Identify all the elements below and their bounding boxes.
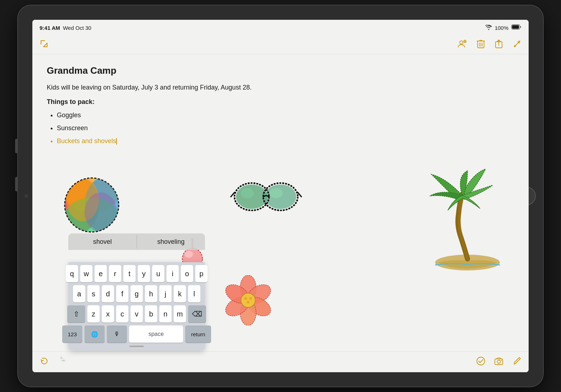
key-u[interactable]: u [152, 265, 164, 282]
redo-button[interactable] [56, 356, 65, 368]
key-shift[interactable]: ⇧ [67, 305, 85, 323]
delete-button[interactable] [477, 39, 485, 51]
svg-rect-1 [512, 25, 519, 29]
key-f[interactable]: f [116, 285, 128, 302]
volume-up-button[interactable] [15, 139, 18, 153]
key-123[interactable]: 123 [62, 325, 82, 343]
note-content[interactable]: Grandma Camp Kids will be leaving on Sat… [32, 54, 529, 155]
toolbar [32, 36, 529, 54]
status-bar: 9:41 AM Wed Oct 30 100% [32, 20, 529, 36]
key-g[interactable]: g [131, 285, 143, 302]
undo-button[interactable] [40, 356, 49, 368]
key-w[interactable]: w [80, 265, 92, 282]
wifi-icon [485, 25, 492, 31]
key-a[interactable]: a [73, 285, 85, 302]
key-n[interactable]: n [159, 305, 172, 323]
flower-drawing [223, 275, 273, 325]
status-date: Wed Oct 30 [63, 25, 91, 31]
key-h[interactable]: h [145, 285, 157, 302]
svg-point-29 [241, 188, 254, 198]
bottom-toolbar-right [476, 356, 521, 368]
key-e[interactable]: e [95, 265, 107, 282]
svg-point-54 [249, 297, 252, 300]
key-b[interactable]: b [145, 305, 157, 323]
svg-rect-57 [495, 359, 503, 365]
camera-button[interactable] [494, 356, 503, 368]
svg-point-55 [247, 301, 250, 304]
key-i[interactable]: i [167, 265, 179, 282]
share-button[interactable] [495, 39, 503, 51]
svg-point-7 [460, 41, 463, 44]
toolbar-left [40, 40, 48, 50]
collapse-icon[interactable] [40, 40, 48, 50]
camera-dot [24, 194, 28, 198]
key-l[interactable]: l [188, 285, 200, 302]
list-item-sunscreen: Sunscreen [57, 122, 514, 135]
key-v[interactable]: v [131, 305, 143, 323]
ipad-frame: 9:41 AM Wed Oct 30 100% [18, 5, 543, 387]
svg-line-4 [44, 43, 47, 47]
pencil-button[interactable] [512, 356, 521, 368]
key-o[interactable]: o [181, 265, 193, 282]
svg-point-25 [85, 192, 117, 232]
battery-icon [511, 24, 521, 31]
keyboard[interactable]: q w e r t y u i o p a s d f g h j k [68, 262, 205, 351]
list-item-goggles: Goggles [57, 109, 514, 122]
bottom-toolbar-left [40, 356, 65, 368]
note-title: Grandma Camp [47, 65, 514, 76]
checkmark-button[interactable] [476, 356, 485, 368]
key-m[interactable]: m [174, 305, 186, 323]
keyboard-row-4: 123 🌐 🎙 space return [70, 325, 203, 343]
ipad-screen: 9:41 AM Wed Oct 30 100% [32, 20, 529, 372]
status-time: 9:41 AM [40, 25, 60, 31]
add-collaborator-button[interactable] [457, 39, 467, 51]
svg-point-58 [497, 360, 501, 363]
toolbar-right [457, 39, 521, 51]
bottom-toolbar [32, 351, 529, 372]
key-return[interactable]: return [185, 325, 211, 343]
svg-point-32 [270, 188, 283, 198]
note-body: Kids will be leaving on Saturday, July 3… [47, 83, 514, 92]
note-list: Goggles Sunscreen Buckets and shovels [57, 109, 514, 147]
note-section-title: Things to pack: [47, 98, 514, 106]
keyboard-row-1: q w e r t y u i o p [70, 265, 203, 282]
key-j[interactable]: j [159, 285, 172, 302]
text-cursor [116, 138, 117, 145]
svg-point-59 [501, 360, 502, 361]
list-item-buckets: Buckets and shovels [57, 135, 514, 147]
palm-tree-drawing [428, 167, 507, 268]
beach-ball-drawing [61, 174, 122, 236]
key-x[interactable]: x [102, 305, 114, 323]
key-mic[interactable]: 🎙 [107, 325, 127, 343]
key-r[interactable]: r [109, 265, 121, 282]
status-right: 100% [485, 24, 521, 31]
keyboard-row-3: ⇧ z x c v b n m ⌫ [70, 305, 203, 323]
keyboard-row-2: a s d f g h j k l [70, 285, 203, 302]
key-z[interactable]: z [87, 305, 100, 323]
key-k[interactable]: k [174, 285, 186, 302]
key-d[interactable]: d [102, 285, 114, 302]
volume-down-button[interactable] [15, 177, 18, 191]
autocomplete-bar: shovel shoveling [68, 233, 205, 250]
key-q[interactable]: q [66, 265, 78, 282]
svg-point-53 [244, 297, 247, 300]
battery-percent: 100% [495, 25, 508, 31]
keyboard-handle [129, 346, 144, 347]
sunglasses-drawing [230, 178, 302, 214]
key-globe[interactable]: 🌐 [85, 325, 105, 343]
key-p[interactable]: p [195, 265, 207, 282]
svg-point-44 [184, 251, 193, 258]
svg-point-56 [477, 357, 485, 365]
key-c[interactable]: c [116, 305, 128, 323]
key-space[interactable]: space [129, 325, 183, 343]
key-backspace[interactable]: ⌫ [188, 305, 206, 323]
autocomplete-word-shoveling[interactable]: shoveling [137, 235, 205, 249]
svg-point-52 [241, 293, 255, 307]
autocomplete-word-shovel[interactable]: shovel [68, 235, 137, 249]
edit-button[interactable] [513, 40, 521, 50]
key-t[interactable]: t [123, 265, 136, 282]
key-y[interactable]: y [138, 265, 150, 282]
key-s[interactable]: s [87, 285, 100, 302]
